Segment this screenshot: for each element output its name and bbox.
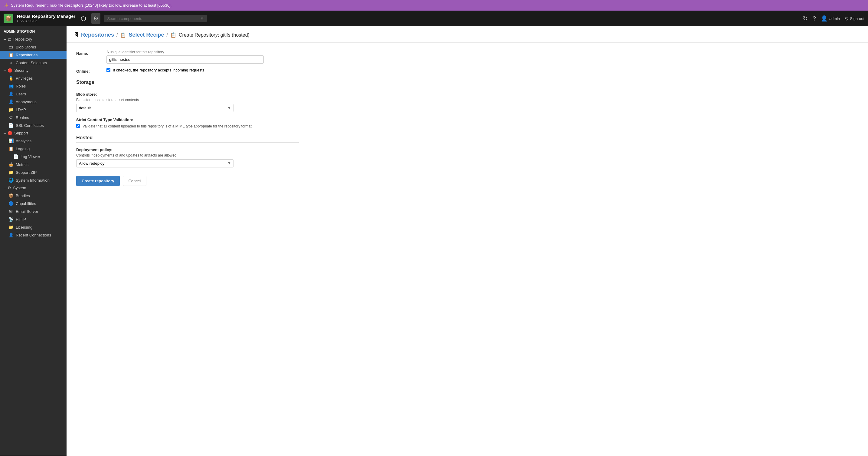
breadcrumb-recipe-link[interactable]: Select Recipe: [128, 32, 164, 38]
breadcrumb-repositories-link[interactable]: Repositories: [81, 32, 114, 38]
form-area: Name: A unique identifier for this repos…: [66, 43, 309, 193]
deployment-label: Deployment policy:: [76, 147, 299, 152]
sidebar-item-support-zip[interactable]: 📁 Support ZIP: [0, 168, 66, 176]
realms-icon: 🛡: [8, 115, 13, 120]
log-viewer-label: Log Viewer: [21, 154, 40, 159]
sidebar-item-users[interactable]: 👤 Users: [0, 90, 66, 98]
clear-search-icon[interactable]: ✕: [200, 16, 204, 21]
cancel-button[interactable]: Cancel: [123, 176, 146, 186]
licensing-icon: 📁: [8, 225, 13, 229]
sidebar-item-realms[interactable]: 🛡 Realms: [0, 114, 66, 121]
buttons-row: Create repository Cancel: [76, 176, 299, 186]
recent-connections-label: Recent Connections: [16, 233, 51, 237]
strict-checkbox[interactable]: [76, 124, 80, 128]
name-hint: A unique identifier for this repository: [106, 50, 299, 54]
top-nav: 📦 Nexus Repository Manager OSS 3.6.0-02 …: [0, 10, 868, 26]
name-label: Name:: [76, 50, 100, 56]
sidebar-item-bundles[interactable]: 📦 Bundles: [0, 192, 66, 200]
blob-store-select-wrapper: default ▼: [76, 104, 234, 112]
system-group-label: System: [13, 186, 26, 190]
bundles-icon: 📦: [8, 193, 13, 198]
blob-stores-icon: 🗃: [8, 45, 13, 49]
blob-store-section: Blob store: Blob store used to store ass…: [76, 92, 299, 112]
help-button[interactable]: ?: [813, 15, 816, 22]
group-icon: 🗂: [7, 37, 11, 41]
sidebar-item-licensing[interactable]: 📁 Licensing: [0, 223, 66, 231]
deployment-select[interactable]: Allow redeploy Disable redeploy Read-onl…: [76, 159, 234, 167]
strict-label: Strict Content Type Validation:: [76, 117, 299, 122]
roles-icon: 👥: [8, 84, 13, 88]
metrics-label: Metrics: [16, 162, 28, 167]
sidebar-item-blob-stores[interactable]: 🗃 Blob Stores: [0, 43, 66, 51]
username-label: admin: [829, 16, 840, 21]
breadcrumb-current: Create Repository: gitlfs (hosted): [179, 32, 249, 38]
refresh-button[interactable]: ↻: [803, 15, 808, 22]
sidebar-item-email-server[interactable]: ✉ Email Server: [0, 207, 66, 215]
roles-label: Roles: [16, 84, 26, 88]
create-repository-button[interactable]: Create repository: [76, 176, 120, 186]
sidebar-item-privileges[interactable]: 🏅 Privileges: [0, 74, 66, 82]
http-label: HTTP: [16, 217, 26, 222]
repositories-icon: 📋: [8, 52, 13, 57]
sidebar-item-log-viewer[interactable]: 📄 Log Viewer: [0, 152, 66, 161]
strict-checkbox-row: Validate that all content uploaded to th…: [76, 124, 299, 129]
online-label: Online:: [76, 68, 100, 74]
security-group-icon: 🔴: [7, 68, 12, 73]
content-selectors-icon: ○: [8, 60, 13, 65]
blob-stores-label: Blob Stores: [16, 45, 36, 49]
breadcrumb-recipe-icon: 📋: [120, 32, 126, 38]
security-group-label: Security: [14, 68, 28, 73]
user-menu[interactable]: 👤 admin: [821, 15, 840, 22]
app-title: Nexus Repository Manager OSS 3.6.0-02: [17, 13, 75, 23]
sidebar-group-system[interactable]: – ⚙ System: [0, 184, 66, 192]
system-group-icon: ⚙: [7, 186, 11, 190]
system-info-label: System Information: [16, 178, 50, 182]
analytics-icon: 📊: [8, 138, 13, 143]
sidebar-item-logging[interactable]: 📋 Logging: [0, 145, 66, 152]
support-group-icon: 🔴: [7, 131, 12, 135]
hosted-section-title: Hosted: [76, 135, 299, 143]
toggle-icon: –: [4, 186, 6, 190]
signout-label: Sign out: [850, 16, 864, 21]
user-icon: 👤: [821, 15, 828, 22]
sign-out-button[interactable]: ⎋ Sign out: [845, 16, 864, 22]
sidebar-item-metrics[interactable]: 🥧 Metrics: [0, 161, 66, 168]
strict-validation-section: Strict Content Type Validation: Validate…: [76, 117, 299, 129]
support-group-label: Support: [14, 131, 28, 135]
online-hint: If checked, the repository accepts incom…: [113, 68, 205, 73]
breadcrumb-current-icon: 📋: [170, 32, 176, 38]
sidebar-item-recent-connections[interactable]: 👤 Recent Connections: [0, 231, 66, 239]
name-input[interactable]: [106, 55, 264, 64]
sidebar-item-analytics[interactable]: 📊 Analytics: [0, 137, 66, 145]
nav-actions: ↻ ? 👤 admin ⎋ Sign out: [803, 15, 864, 22]
sidebar-group-repository[interactable]: – 🗂 Repository: [0, 35, 66, 43]
sidebar-item-roles[interactable]: 👥 Roles: [0, 82, 66, 90]
breadcrumb-sep1: /: [117, 32, 118, 38]
sidebar-item-ldap[interactable]: 📁 LDAP: [0, 106, 66, 114]
sidebar-item-anonymous[interactable]: 👤 Anonymous: [0, 98, 66, 106]
search-input[interactable]: [107, 16, 198, 21]
content-selectors-label: Content Selectors: [16, 61, 47, 65]
sidebar-item-capabilities[interactable]: 🔵 Capabilities: [0, 200, 66, 207]
sidebar-item-http[interactable]: 📡 HTTP: [0, 215, 66, 223]
browse-button[interactable]: ⬡: [79, 13, 88, 24]
toggle-icon: –: [4, 131, 6, 135]
app-logo: 📦: [4, 13, 13, 23]
breadcrumb: 🗄 Repositories / 📋 Select Recipe / 📋 Cre…: [66, 26, 868, 43]
sidebar-item-repositories[interactable]: 📋 Repositories: [0, 51, 66, 59]
sidebar-group-support[interactable]: – 🔴 Support: [0, 129, 66, 137]
ldap-icon: 📁: [8, 107, 13, 112]
sidebar-item-system-information[interactable]: 🌐 System Information: [0, 176, 66, 184]
online-checkbox[interactable]: [106, 68, 111, 72]
blob-store-select[interactable]: default: [76, 104, 234, 112]
sidebar-group-security[interactable]: – 🔴 Security: [0, 67, 66, 74]
admin-button[interactable]: ⚙: [91, 13, 100, 24]
realms-label: Realms: [16, 115, 29, 120]
content-area: 🗄 Repositories / 📋 Select Recipe / 📋 Cre…: [66, 26, 868, 456]
users-label: Users: [16, 92, 26, 96]
deployment-select-wrapper: Allow redeploy Disable redeploy Read-onl…: [76, 159, 234, 167]
privileges-icon: 🏅: [8, 76, 13, 81]
sidebar-item-ssl-certificates[interactable]: 📄 SSL Certificates: [0, 121, 66, 129]
sidebar-item-content-selectors[interactable]: ○ Content Selectors: [0, 59, 66, 67]
anonymous-icon: 👤: [8, 99, 13, 104]
